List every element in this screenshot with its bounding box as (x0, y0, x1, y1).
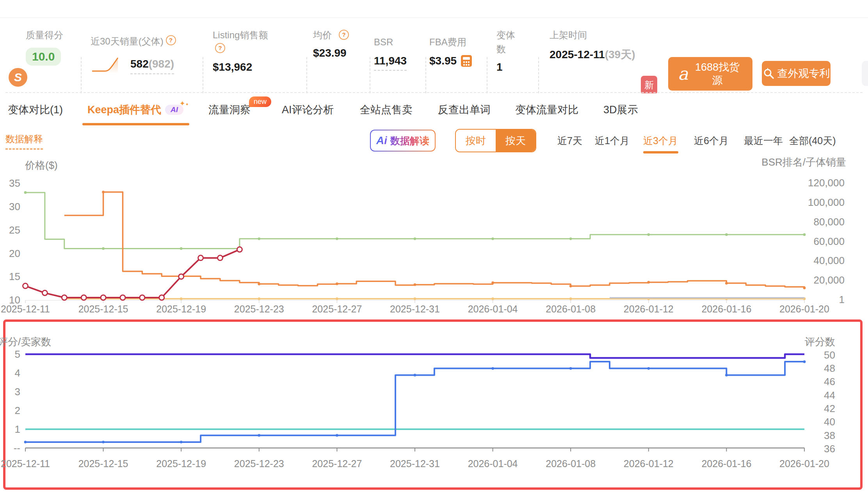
new-feature-badge: new (249, 96, 271, 107)
tab-traffic-insight[interactable]: 流量洞察 (208, 103, 251, 117)
sparkle-icon: ✦✦ (180, 99, 189, 108)
green-price-line-point (725, 233, 728, 236)
help-icon[interactable]: ? (339, 30, 349, 40)
stat-label: 上架时间 (550, 28, 642, 42)
calculator-icon[interactable] (461, 55, 472, 67)
toggle-by-hour[interactable]: 按时 (456, 130, 496, 152)
left-axis-tick: 25 (9, 224, 20, 236)
avg-price-value: $23.99 (313, 47, 360, 59)
data-explain-link[interactable]: 数据解释 (5, 133, 43, 150)
stat-variants: 变体数 1 (496, 28, 532, 73)
green-price-line (25, 193, 804, 249)
tab-ai-review-analysis[interactable]: AI评论分析 (282, 103, 334, 117)
range-7d[interactable]: 近7天 (557, 134, 582, 147)
green-price-line-point (102, 247, 105, 250)
patent-search-icon (763, 68, 774, 79)
x-date-label: 2025-12-11 (1, 303, 50, 314)
time-mode-toggle: 按时 按天 (455, 129, 536, 152)
range-6m[interactable]: 近6个月 (694, 134, 729, 147)
red-price-dotted-line-point (120, 295, 125, 300)
x-date-label: 2025-12-23 (234, 303, 284, 314)
tab-keepa-alternative[interactable]: Keepa插件替代AI✦✦ (87, 103, 183, 117)
orange-bsr-line-point (336, 282, 338, 285)
right-axis-tick: 80,000 (813, 216, 845, 228)
stat-label: 均价? (313, 28, 335, 42)
green-price-line-point (803, 233, 806, 236)
range-1m[interactable]: 近1个月 (595, 134, 630, 147)
patent-check-button[interactable]: 查外观专利 (762, 61, 831, 86)
clipped-button[interactable] (862, 61, 868, 86)
right-axis-title: BSR排名/子体销量 (761, 156, 846, 168)
orange-bsr-line-point (180, 275, 183, 278)
stat-label: BSR (374, 35, 421, 49)
green-price-line-point (647, 233, 650, 236)
yellow-sales-line-point (803, 298, 806, 300)
x-date-label: 2025-12-19 (156, 303, 206, 314)
left-axis-tick: 20 (9, 248, 20, 259)
ai-data-interpret-button[interactable]: Ai 数据解读 (370, 130, 436, 152)
yellow-sales-line-point (491, 298, 494, 300)
right-axis-tick: 60,000 (813, 236, 845, 247)
green-price-line-point (491, 237, 494, 240)
stat-avg-price: 均价? $23.99 (313, 28, 360, 59)
orange-bsr-line-point (258, 283, 260, 285)
ai-badge: AI✦✦ (165, 105, 183, 115)
red-price-dotted-line (25, 250, 240, 298)
orange-bsr-line-point (647, 281, 650, 284)
tab-reverse-keywords[interactable]: 反查出单词 (438, 103, 491, 117)
tab-3d-display[interactable]: 3D展示 (603, 103, 638, 117)
active-tab-underline (82, 123, 189, 125)
red-price-dotted-line-point (159, 295, 164, 300)
x-date-label: 2025-12-31 (390, 303, 440, 314)
help-icon[interactable]: ? (166, 35, 176, 45)
chart-controls: 数据解释 Ai 数据解读 按时 按天 近7天 近1个月 近3个月 近6个月 最近… (0, 126, 868, 156)
range-3m[interactable]: 近3个月 (643, 134, 678, 153)
sales-sparkline (91, 55, 126, 74)
red-price-dotted-line-point (218, 255, 223, 260)
tab-variant-traffic[interactable]: 变体流量对比 (515, 103, 578, 117)
x-date-label: 2026-01-20 (779, 303, 829, 314)
left-axis-tick: 10 (9, 294, 20, 306)
orange-bsr-line-point (569, 285, 572, 287)
stat-bsr: BSR 11,943 (374, 35, 421, 67)
green-price-line-point (180, 247, 183, 250)
find-supplier-1688-button[interactable]: a 1688找货源 (668, 57, 752, 91)
red-price-dotted-line-point (237, 247, 242, 252)
red-price-dotted-line-point (62, 295, 67, 300)
sales-30d-value[interactable]: 582 (130, 58, 149, 70)
yellow-sales-line-point (102, 298, 105, 300)
range-1y[interactable]: 最近一年 (744, 134, 783, 147)
right-axis-tick: 100,000 (808, 196, 845, 208)
help-icon[interactable]: ? (215, 43, 225, 53)
red-price-dotted-line-point (23, 284, 28, 289)
tab-all-site-selling[interactable]: 全站点售卖 (360, 103, 413, 117)
red-price-dotted-line-point (101, 295, 106, 300)
yellow-sales-line-point (180, 298, 183, 300)
stat-sales-30d: 近30天销量(父体)? 582(982) (91, 34, 200, 74)
variants-value: 1 (496, 61, 532, 73)
red-price-dotted-line-point (140, 295, 145, 300)
listed-days: (39天) (605, 48, 635, 61)
sales-30d-parent: (982) (149, 58, 174, 70)
green-price-line-point (569, 237, 572, 240)
toggle-by-day[interactable]: 按天 (496, 130, 535, 152)
green-price-line-point (414, 237, 416, 240)
orange-bsr-line-point (803, 287, 806, 289)
product-stats-bar: S 质量得分 10.0 近30天销量(父体)? 582(982) Listing… (0, 18, 868, 93)
rating-chart-highlight-box (3, 319, 863, 490)
red-price-dotted-line-point (42, 291, 47, 296)
range-all[interactable]: 全部(40天) (789, 134, 836, 147)
bsr-value[interactable]: 11,943 (374, 55, 407, 71)
x-date-label: 2026-01-04 (468, 303, 518, 314)
new-product-badge: 新 (641, 76, 657, 95)
sellersprite-logo-icon: S (9, 68, 27, 87)
yellow-sales-line-point (725, 298, 728, 300)
orange-bsr-line (64, 192, 804, 288)
x-date-label: 2026-01-12 (624, 303, 674, 314)
tab-variant-compare[interactable]: 变体对比(1) (8, 103, 63, 117)
listing-revenue-value: $13,962 (213, 61, 299, 73)
right-axis-tick: 120,000 (808, 177, 845, 189)
left-axis-tick: 35 (9, 177, 20, 189)
yellow-sales-line-point (414, 298, 416, 300)
orange-bsr-line-point (102, 191, 105, 193)
